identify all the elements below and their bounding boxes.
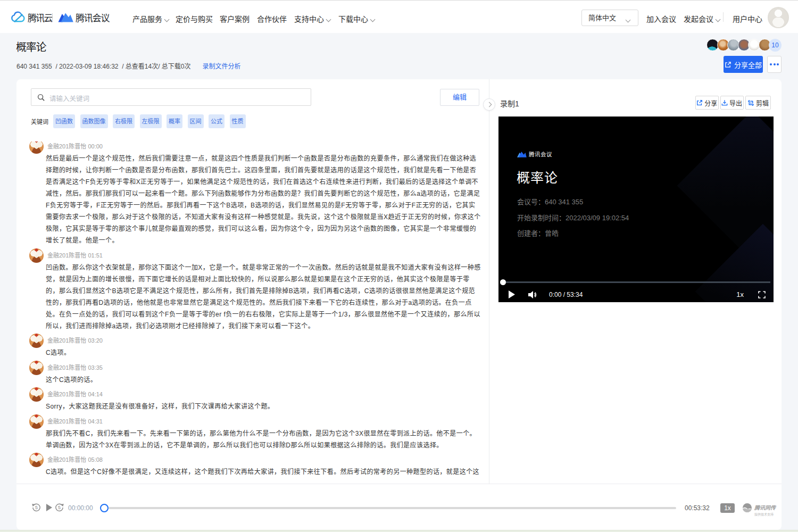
svg-text:5: 5 — [58, 505, 61, 510]
svg-text:5: 5 — [35, 505, 38, 510]
